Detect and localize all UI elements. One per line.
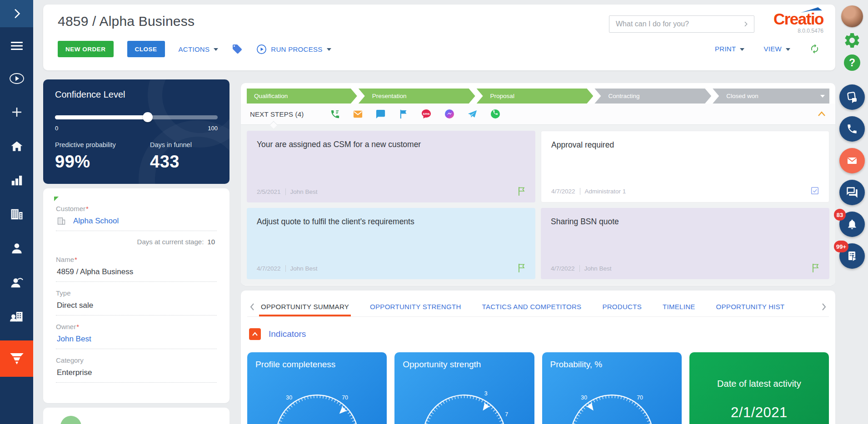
tab-opportunity-strength[interactable]: OPPORTUNITY STRENGTH: [370, 303, 461, 311]
approve-checkbox-icon[interactable]: [810, 186, 820, 196]
play-circle-icon: [256, 44, 267, 54]
action-dashboard-button[interactable]: [839, 84, 865, 110]
refresh-icon[interactable]: [809, 44, 820, 54]
feed-button[interactable]: [839, 180, 865, 205]
sidebar-item-processes[interactable]: [9, 72, 25, 85]
messenger-icon[interactable]: [444, 108, 455, 119]
cti-phone-button[interactable]: [839, 116, 865, 142]
category-label: Category: [56, 356, 217, 364]
collapse-indicators-button[interactable]: [249, 328, 261, 340]
tab-timeline[interactable]: TIMELINE: [663, 303, 695, 311]
right-utility-rail: ? 83 99+: [839, 5, 865, 269]
flag-icon[interactable]: [398, 109, 409, 119]
gauge-chart: 0100307075: [255, 371, 379, 424]
task-owner: John Best: [290, 188, 318, 195]
view-menu-button[interactable]: VIEW: [763, 45, 790, 53]
chevron-right-icon: [11, 8, 23, 20]
collapse-next-steps-icon[interactable]: [817, 111, 826, 117]
gauge-chart: 0100307030: [550, 371, 673, 424]
svg-text:3: 3: [484, 390, 488, 397]
main-menu-button[interactable]: [10, 40, 24, 52]
plus-icon: [10, 105, 24, 119]
stage-qualification[interactable]: Qualification: [247, 89, 357, 104]
stage-contracting[interactable]: Contracting: [594, 89, 711, 104]
flag-outline-icon[interactable]: [517, 263, 526, 273]
tab-products[interactable]: PRODUCTS: [602, 303, 642, 311]
sidebar-item-new-record[interactable]: [10, 105, 24, 119]
stage-proposal[interactable]: Proposal: [477, 89, 594, 104]
sidebar-item-dashboards[interactable]: [10, 173, 24, 187]
sms-icon[interactable]: sms: [421, 108, 432, 119]
tabs-scroll-left-icon[interactable]: [249, 303, 255, 311]
hamburger-icon: [10, 40, 24, 52]
confidence-slider[interactable]: [55, 112, 218, 122]
chat-icon[interactable]: [375, 109, 386, 119]
sidebar-item-leads[interactable]: [10, 276, 24, 289]
latest-activity-date: 2/1/2021: [698, 404, 821, 421]
indicators-label[interactable]: Indicators: [269, 329, 306, 339]
avatar: [60, 416, 81, 424]
user-avatar[interactable]: [841, 5, 863, 27]
sidebar-item-contacts[interactable]: [10, 242, 24, 255]
sidebar-item-opportunities-active[interactable]: [0, 340, 33, 377]
email-icon[interactable]: [353, 109, 363, 119]
tab-opportunity-summary[interactable]: OPPORTUNITY SUMMARY: [261, 303, 349, 311]
next-steps-cards: Your are assigned as CSM for a new custo…: [241, 125, 835, 285]
telegram-icon[interactable]: [467, 109, 478, 119]
tab-opportunity-history[interactable]: OPPORTUNITY HISTORY: [716, 303, 784, 311]
process-tasks-button[interactable]: 99+: [839, 243, 865, 269]
task-card[interactable]: Your are assigned as CSM for a new custo…: [247, 131, 535, 202]
svg-text:30: 30: [581, 394, 587, 401]
chat-bubbles-icon: [846, 186, 858, 199]
people-building-icon: [9, 310, 25, 323]
tag-icon[interactable]: [232, 44, 243, 54]
creatio-logo: Creatio 8.0.0.5476: [762, 11, 823, 34]
task-card[interactable]: Adjust quote to fulfil the client's requ…: [247, 208, 535, 280]
building-icon: [10, 207, 24, 221]
tab-tactics-and-competitors[interactable]: TACTICS AND COMPETITORS: [482, 303, 582, 311]
settings-gear-icon[interactable]: [843, 31, 861, 49]
notifications-button[interactable]: 83: [839, 212, 865, 237]
search-submit-button[interactable]: [738, 16, 754, 32]
confidence-title: Confidence Level: [55, 89, 125, 100]
task-date: 2/5/2021: [257, 188, 281, 195]
owner-link[interactable]: John Best: [57, 335, 91, 343]
owner-label: Owner*: [56, 323, 217, 330]
tabs-scroll-right-icon[interactable]: [819, 303, 827, 311]
indicators-header: Indicators: [249, 328, 829, 340]
stage-closed-won[interactable]: Closed won: [713, 89, 829, 104]
slider-min-label: 0: [55, 125, 58, 132]
run-process-button[interactable]: RUN PROCESS: [256, 44, 331, 54]
customer-link[interactable]: Alpha School: [73, 217, 119, 226]
sidebar-item-employees[interactable]: [9, 310, 25, 323]
close-button[interactable]: CLOSE: [127, 41, 165, 57]
sidebar-item-home[interactable]: [10, 139, 24, 153]
task-card[interactable]: Approval required 4/7/2022Administrator …: [541, 131, 829, 202]
task-card[interactable]: Sharing BSN quote 4/7/2022John Best: [541, 208, 829, 280]
sidebar-item-accounts[interactable]: [10, 207, 24, 221]
call-icon[interactable]: [330, 109, 340, 119]
task-owner: Administrator 1: [585, 188, 626, 195]
profile-completeness-gauge: Profile completeness 0100307075: [247, 352, 387, 424]
name-field[interactable]: 4859 / Alpha Business: [56, 263, 217, 282]
search-input[interactable]: [609, 20, 738, 28]
global-search: [609, 15, 754, 33]
flag-outline-icon[interactable]: [811, 263, 820, 273]
actions-menu-button[interactable]: ACTIONS: [179, 45, 219, 53]
new-order-button[interactable]: NEW ORDER: [58, 41, 114, 57]
confidence-slider-thumb[interactable]: [143, 112, 153, 122]
opportunity-strength-gauge: Opportunity strength -1010374: [394, 352, 534, 424]
type-field[interactable]: Direct sale: [56, 297, 217, 316]
stage-presentation[interactable]: Presentation: [359, 89, 475, 104]
category-field[interactable]: Enterprise: [56, 364, 217, 383]
gauge-chart: -1010374: [403, 371, 526, 424]
flag-outline-icon[interactable]: [517, 186, 526, 196]
email-button[interactable]: [839, 148, 865, 173]
slider-max-label: 100: [208, 125, 218, 132]
whatsapp-icon[interactable]: [490, 108, 501, 119]
type-label: Type: [56, 289, 217, 297]
expand-sidebar-button[interactable]: [0, 0, 33, 27]
print-menu-button[interactable]: PRINT: [715, 45, 745, 53]
help-icon[interactable]: ?: [843, 54, 861, 72]
notifications-badge: 83: [834, 209, 846, 221]
